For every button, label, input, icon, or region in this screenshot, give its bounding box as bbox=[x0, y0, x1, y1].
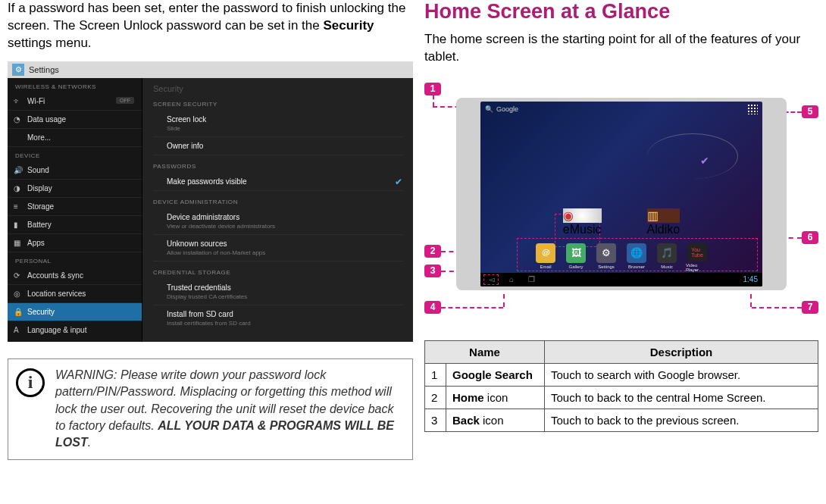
sidebar-item-apps[interactable]: ▦Apps bbox=[8, 234, 142, 252]
table-row: 3 Back icon Touch to back to the previou… bbox=[425, 409, 818, 431]
back-icon[interactable]: ◅ bbox=[485, 274, 499, 285]
sidebar-item-more[interactable]: More... bbox=[8, 129, 142, 147]
youtube-icon: YouTube bbox=[687, 243, 707, 261]
home-icon[interactable]: ⌂ bbox=[505, 274, 518, 285]
settings-app-label: Settings bbox=[29, 65, 59, 74]
item-screen-lock[interactable]: Screen lockSlide bbox=[153, 111, 402, 137]
app-email[interactable]: ＠Email bbox=[534, 243, 557, 272]
app-emusic[interactable]: ◉eMusic bbox=[563, 208, 602, 236]
section-device-admin: DEVICE ADMINISTRATION bbox=[153, 199, 402, 205]
item-install-sd[interactable]: Install from SD cardInstall certificates… bbox=[153, 305, 402, 331]
browser-icon: 🌐 bbox=[627, 243, 646, 263]
info-icon: i bbox=[16, 368, 45, 397]
callout-7: 7 bbox=[802, 301, 818, 314]
location-icon: ◎ bbox=[14, 290, 23, 299]
table-row: 2 Home icon Touch to back to the central… bbox=[425, 386, 818, 409]
tablet-frame: 🔍 Google ✔ ◉eMusic ▥Aldiko bbox=[456, 98, 787, 290]
sidebar-item-storage[interactable]: ≡Storage bbox=[8, 198, 142, 216]
display-icon: ◑ bbox=[14, 184, 23, 193]
app-gallery[interactable]: 🖼Gallery bbox=[565, 243, 587, 272]
settings-app-icon: ⚙ bbox=[596, 243, 616, 263]
storage-icon: ≡ bbox=[14, 202, 23, 211]
th-name: Name bbox=[425, 340, 545, 363]
settings-main: Security SCREEN SECURITY Screen lockSlid… bbox=[142, 78, 413, 342]
wifi-icon: ᯤ bbox=[14, 97, 23, 106]
callout-6: 6 bbox=[802, 231, 818, 244]
aldiko-icon: ▥ bbox=[647, 208, 681, 223]
section-title: Home Screen at a Glance bbox=[424, 0, 818, 23]
item-unknown-sources[interactable]: Unknown sourcesAllow installation of non… bbox=[153, 235, 402, 261]
table-row: 1 Google Search Touch to search with Goo… bbox=[425, 363, 818, 386]
item-device-admins[interactable]: Device administratorsView or deactivate … bbox=[153, 208, 402, 235]
settings-icon: ⚙ bbox=[12, 64, 24, 76]
sync-icon: ⟳ bbox=[14, 271, 23, 280]
wallpaper-check-icon: ✔ bbox=[700, 155, 709, 167]
section-passwords: PASSWORDS bbox=[153, 163, 402, 170]
th-description: Description bbox=[545, 340, 818, 363]
check-icon: ✔ bbox=[395, 177, 402, 187]
apps-icon: ▦ bbox=[14, 239, 23, 248]
settings-titlebar: ⚙ Settings bbox=[8, 61, 413, 78]
section-credential-storage: CREDENTIAL STORAGE bbox=[153, 269, 402, 276]
wallpaper-arc bbox=[647, 133, 738, 179]
battery-icon: ▮ bbox=[14, 221, 23, 230]
sound-icon: 🔊 bbox=[14, 166, 23, 175]
item-owner-info[interactable]: Owner info bbox=[153, 137, 402, 155]
sidebar-header-personal: PERSONAL bbox=[8, 252, 142, 267]
app-videoplayer[interactable]: YouTubeVideo Player bbox=[686, 243, 709, 272]
homescreen-diagram: 1 2 3 4 5 6 7 🔍 Google bbox=[424, 80, 818, 330]
item-trusted-credentials[interactable]: Trusted credentialsDisplay trusted CA ce… bbox=[153, 279, 402, 305]
app-settings[interactable]: ⚙Settings bbox=[595, 243, 618, 272]
sidebar-item-security[interactable]: 🔒Security bbox=[8, 303, 142, 321]
email-icon: ＠ bbox=[536, 243, 555, 263]
sidebar-header-device: DEVICE bbox=[8, 147, 142, 161]
section-screen-security: SCREEN SECURITY bbox=[153, 101, 402, 108]
sidebar-header-wireless: WIRELESS & NETWORKS bbox=[8, 78, 142, 92]
app-aldiko[interactable]: ▥Aldiko bbox=[647, 208, 681, 236]
tablet-screen: 🔍 Google ✔ ◉eMusic ▥Aldiko bbox=[480, 102, 762, 286]
music-icon: 🎵 bbox=[657, 243, 677, 263]
wifi-toggle[interactable]: OFF bbox=[116, 97, 134, 104]
section-intro: The home screen is the starting point fo… bbox=[424, 31, 818, 66]
clock: 1:45 bbox=[743, 275, 758, 283]
callout-3: 3 bbox=[424, 265, 441, 277]
sidebar-item-sound[interactable]: 🔊Sound bbox=[8, 161, 142, 180]
sidebar-item-battery[interactable]: ▮Battery bbox=[8, 216, 142, 234]
sidebar-item-location[interactable]: ◎Location services bbox=[8, 285, 142, 303]
settings-screenshot: ⚙ Settings WIRELESS & NETWORKS ᯤWi-FiOFF… bbox=[8, 61, 413, 342]
language-icon: A bbox=[14, 326, 23, 335]
item-passwords-visible[interactable]: Make passwords visible✔ bbox=[153, 173, 402, 191]
emusic-icon: ◉ bbox=[563, 208, 602, 223]
recents-icon[interactable]: ❐ bbox=[524, 274, 538, 285]
gallery-icon: 🖼 bbox=[566, 243, 586, 263]
magnifier-icon: 🔍 bbox=[485, 105, 493, 113]
warning-box: i WARNING: Please write down your passwo… bbox=[8, 358, 413, 460]
data-icon: ◔ bbox=[14, 115, 23, 124]
app-music[interactable]: 🎵Music bbox=[655, 243, 678, 272]
system-navbar: ◅ ⌂ ❐ 1:45 bbox=[480, 273, 762, 286]
sidebar-item-display[interactable]: ◑Display bbox=[8, 180, 142, 198]
sidebar-item-wifi[interactable]: ᯤWi-FiOFF bbox=[8, 92, 142, 111]
google-search-bar[interactable]: 🔍 Google bbox=[485, 105, 518, 113]
sidebar-item-language[interactable]: ALanguage & input bbox=[8, 321, 142, 339]
app-drawer-icon[interactable] bbox=[747, 104, 758, 114]
callout-2: 2 bbox=[424, 245, 441, 258]
intro-text: If a password has been set, enter the pa… bbox=[8, 0, 413, 52]
sidebar-item-accounts[interactable]: ⟳Accounts & sync bbox=[8, 267, 142, 285]
callout-1: 1 bbox=[424, 83, 441, 95]
callout-5: 5 bbox=[802, 105, 818, 118]
app-browser[interactable]: 🌐Browser bbox=[625, 243, 648, 272]
settings-sidebar: WIRELESS & NETWORKS ᯤWi-FiOFF ◔Data usag… bbox=[8, 78, 142, 342]
lock-icon: 🔒 bbox=[14, 308, 23, 317]
description-table: Name Description 1 Google Search Touch t… bbox=[424, 340, 818, 432]
sidebar-item-data[interactable]: ◔Data usage bbox=[8, 111, 142, 129]
callout-4: 4 bbox=[424, 301, 441, 314]
settings-main-title: Security bbox=[153, 84, 402, 93]
